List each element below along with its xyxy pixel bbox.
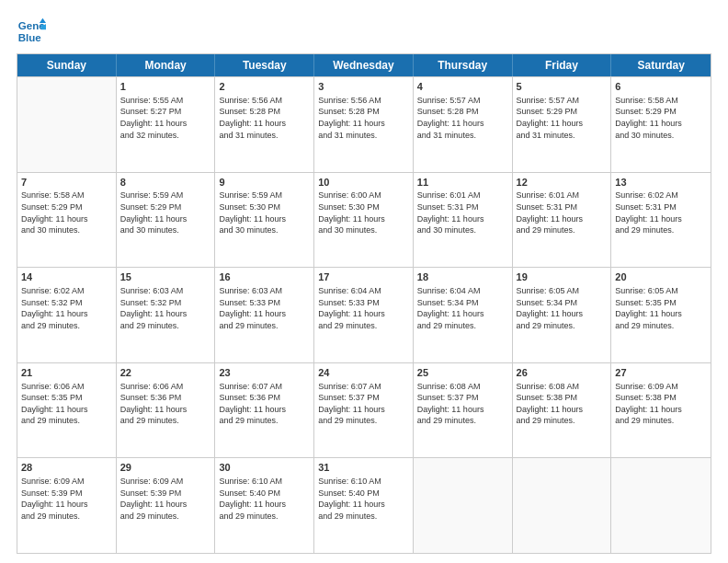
day-info: Sunrise: 6:10 AM Sunset: 5:40 PM Dayligh… bbox=[219, 476, 310, 522]
day-info: Sunrise: 5:59 AM Sunset: 5:29 PM Dayligh… bbox=[120, 190, 211, 236]
day-number: 24 bbox=[318, 366, 409, 380]
day-cell-25: 25Sunrise: 6:08 AM Sunset: 5:37 PM Dayli… bbox=[414, 363, 513, 458]
day-cell-30: 30Sunrise: 6:10 AM Sunset: 5:40 PM Dayli… bbox=[215, 458, 314, 553]
header-day-monday: Monday bbox=[117, 54, 216, 76]
day-cell-31: 31Sunrise: 6:10 AM Sunset: 5:40 PM Dayli… bbox=[314, 458, 414, 553]
day-number: 3 bbox=[318, 80, 409, 94]
header-day-sunday: Sunday bbox=[17, 54, 117, 76]
day-number: 31 bbox=[318, 461, 409, 475]
svg-marker-3 bbox=[41, 25, 46, 29]
day-number: 13 bbox=[615, 176, 707, 190]
day-info: Sunrise: 6:07 AM Sunset: 5:36 PM Dayligh… bbox=[219, 381, 310, 427]
day-number: 17 bbox=[318, 270, 409, 284]
day-cell-18: 18Sunrise: 6:04 AM Sunset: 5:34 PM Dayli… bbox=[414, 268, 513, 362]
week-row-1: 7Sunrise: 5:58 AM Sunset: 5:29 PM Daylig… bbox=[17, 172, 711, 268]
day-info: Sunrise: 6:08 AM Sunset: 5:37 PM Dayligh… bbox=[417, 381, 508, 427]
day-cell-5: 5Sunrise: 5:57 AM Sunset: 5:29 PM Daylig… bbox=[513, 77, 612, 172]
day-number: 5 bbox=[517, 80, 608, 94]
day-cell-29: 29Sunrise: 6:09 AM Sunset: 5:39 PM Dayli… bbox=[117, 458, 216, 553]
header-day-thursday: Thursday bbox=[414, 54, 513, 76]
day-cell-24: 24Sunrise: 6:07 AM Sunset: 5:37 PM Dayli… bbox=[314, 363, 414, 458]
header-day-saturday: Saturday bbox=[611, 54, 711, 76]
week-row-2: 14Sunrise: 6:02 AM Sunset: 5:32 PM Dayli… bbox=[17, 267, 711, 362]
day-info: Sunrise: 5:57 AM Sunset: 5:28 PM Dayligh… bbox=[417, 95, 508, 141]
day-info: Sunrise: 6:09 AM Sunset: 5:38 PM Dayligh… bbox=[615, 381, 707, 427]
day-number: 21 bbox=[21, 366, 112, 380]
day-number: 22 bbox=[120, 366, 211, 380]
day-number: 30 bbox=[219, 461, 310, 475]
day-cell-14: 14Sunrise: 6:02 AM Sunset: 5:32 PM Dayli… bbox=[17, 268, 117, 362]
day-info: Sunrise: 6:10 AM Sunset: 5:40 PM Dayligh… bbox=[318, 476, 409, 522]
day-info: Sunrise: 6:02 AM Sunset: 5:32 PM Dayligh… bbox=[21, 285, 112, 331]
day-number: 2 bbox=[219, 80, 310, 94]
day-cell-27: 27Sunrise: 6:09 AM Sunset: 5:38 PM Dayli… bbox=[611, 363, 711, 458]
day-cell-3: 3Sunrise: 5:56 AM Sunset: 5:28 PM Daylig… bbox=[314, 77, 414, 172]
day-cell-21: 21Sunrise: 6:06 AM Sunset: 5:35 PM Dayli… bbox=[17, 363, 117, 458]
day-info: Sunrise: 6:07 AM Sunset: 5:37 PM Dayligh… bbox=[318, 381, 409, 427]
day-info: Sunrise: 5:58 AM Sunset: 5:29 PM Dayligh… bbox=[615, 95, 707, 141]
day-number: 25 bbox=[417, 366, 508, 380]
day-cell-15: 15Sunrise: 6:03 AM Sunset: 5:32 PM Dayli… bbox=[117, 268, 216, 362]
day-cell-1: 1Sunrise: 5:55 AM Sunset: 5:27 PM Daylig… bbox=[117, 77, 216, 172]
logo: General Blue bbox=[17, 17, 51, 46]
day-cell-10: 10Sunrise: 6:00 AM Sunset: 5:30 PM Dayli… bbox=[314, 173, 414, 268]
svg-text:Blue: Blue bbox=[18, 32, 42, 43]
day-info: Sunrise: 6:05 AM Sunset: 5:34 PM Dayligh… bbox=[517, 285, 608, 331]
day-info: Sunrise: 6:09 AM Sunset: 5:39 PM Dayligh… bbox=[120, 476, 211, 522]
day-number: 14 bbox=[21, 270, 112, 284]
day-cell-13: 13Sunrise: 6:02 AM Sunset: 5:31 PM Dayli… bbox=[611, 173, 711, 268]
day-number: 16 bbox=[219, 270, 310, 284]
day-cell-23: 23Sunrise: 6:07 AM Sunset: 5:36 PM Dayli… bbox=[215, 363, 314, 458]
empty-cell-4-6 bbox=[611, 458, 711, 553]
day-number: 4 bbox=[417, 80, 508, 94]
day-cell-2: 2Sunrise: 5:56 AM Sunset: 5:28 PM Daylig… bbox=[215, 77, 314, 172]
day-info: Sunrise: 5:56 AM Sunset: 5:28 PM Dayligh… bbox=[219, 95, 310, 141]
day-info: Sunrise: 5:59 AM Sunset: 5:30 PM Dayligh… bbox=[219, 190, 310, 236]
day-cell-16: 16Sunrise: 6:03 AM Sunset: 5:33 PM Dayli… bbox=[215, 268, 314, 362]
day-number: 12 bbox=[517, 176, 608, 190]
header-day-wednesday: Wednesday bbox=[314, 54, 414, 76]
day-number: 6 bbox=[615, 80, 707, 94]
day-number: 19 bbox=[517, 270, 608, 284]
day-info: Sunrise: 6:02 AM Sunset: 5:31 PM Dayligh… bbox=[615, 190, 707, 236]
day-cell-20: 20Sunrise: 6:05 AM Sunset: 5:35 PM Dayli… bbox=[611, 268, 711, 362]
day-number: 28 bbox=[21, 461, 112, 475]
day-number: 18 bbox=[417, 270, 508, 284]
week-row-3: 21Sunrise: 6:06 AM Sunset: 5:35 PM Dayli… bbox=[17, 362, 711, 458]
header: General Blue bbox=[17, 17, 711, 46]
day-cell-8: 8Sunrise: 5:59 AM Sunset: 5:29 PM Daylig… bbox=[117, 173, 216, 268]
day-number: 15 bbox=[120, 270, 211, 284]
day-number: 1 bbox=[120, 80, 211, 94]
day-cell-9: 9Sunrise: 5:59 AM Sunset: 5:30 PM Daylig… bbox=[215, 173, 314, 268]
day-cell-6: 6Sunrise: 5:58 AM Sunset: 5:29 PM Daylig… bbox=[611, 77, 711, 172]
logo-icon: General Blue bbox=[17, 17, 46, 46]
week-row-4: 28Sunrise: 6:09 AM Sunset: 5:39 PM Dayli… bbox=[17, 457, 711, 553]
day-number: 27 bbox=[615, 366, 707, 380]
day-number: 29 bbox=[120, 461, 211, 475]
day-info: Sunrise: 6:01 AM Sunset: 5:31 PM Dayligh… bbox=[417, 190, 508, 236]
day-info: Sunrise: 5:56 AM Sunset: 5:28 PM Dayligh… bbox=[318, 95, 409, 141]
day-info: Sunrise: 6:04 AM Sunset: 5:34 PM Dayligh… bbox=[417, 285, 508, 331]
day-info: Sunrise: 6:03 AM Sunset: 5:33 PM Dayligh… bbox=[219, 285, 310, 331]
day-number: 8 bbox=[120, 176, 211, 190]
day-info: Sunrise: 6:04 AM Sunset: 5:33 PM Dayligh… bbox=[318, 285, 409, 331]
day-number: 10 bbox=[318, 176, 409, 190]
day-cell-22: 22Sunrise: 6:06 AM Sunset: 5:36 PM Dayli… bbox=[117, 363, 216, 458]
day-cell-4: 4Sunrise: 5:57 AM Sunset: 5:28 PM Daylig… bbox=[414, 77, 513, 172]
header-day-friday: Friday bbox=[513, 54, 612, 76]
day-number: 20 bbox=[615, 270, 707, 284]
day-cell-19: 19Sunrise: 6:05 AM Sunset: 5:34 PM Dayli… bbox=[513, 268, 612, 362]
day-cell-28: 28Sunrise: 6:09 AM Sunset: 5:39 PM Dayli… bbox=[17, 458, 117, 553]
page: General Blue SundayMondayTuesdayWednesda… bbox=[0, 0, 728, 563]
day-cell-7: 7Sunrise: 5:58 AM Sunset: 5:29 PM Daylig… bbox=[17, 173, 117, 268]
empty-cell-4-5 bbox=[513, 458, 612, 553]
week-row-0: 1Sunrise: 5:55 AM Sunset: 5:27 PM Daylig… bbox=[17, 76, 711, 172]
day-cell-17: 17Sunrise: 6:04 AM Sunset: 5:33 PM Dayli… bbox=[314, 268, 414, 362]
day-cell-26: 26Sunrise: 6:08 AM Sunset: 5:38 PM Dayli… bbox=[513, 363, 612, 458]
day-number: 11 bbox=[417, 176, 508, 190]
day-cell-11: 11Sunrise: 6:01 AM Sunset: 5:31 PM Dayli… bbox=[414, 173, 513, 268]
empty-cell-0-0 bbox=[17, 77, 117, 172]
day-info: Sunrise: 6:03 AM Sunset: 5:32 PM Dayligh… bbox=[120, 285, 211, 331]
calendar-header: SundayMondayTuesdayWednesdayThursdayFrid… bbox=[17, 54, 711, 76]
day-info: Sunrise: 5:58 AM Sunset: 5:29 PM Dayligh… bbox=[21, 190, 112, 236]
